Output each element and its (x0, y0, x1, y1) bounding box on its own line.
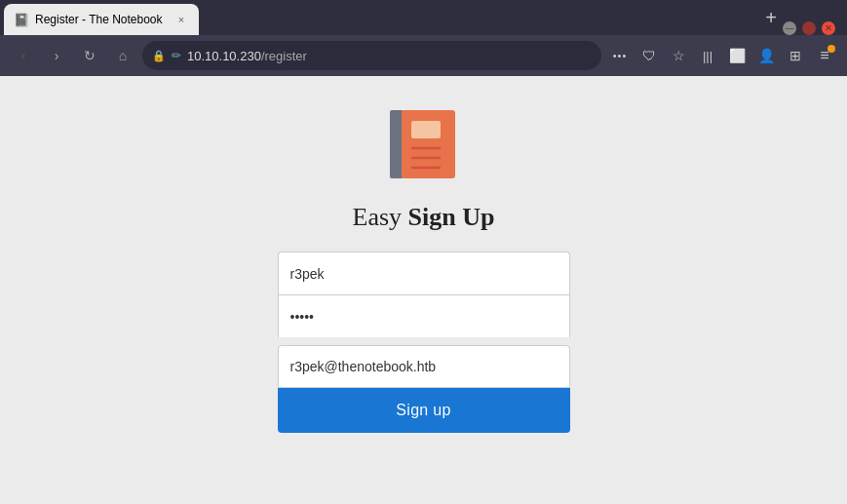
account-icon: 👤 (758, 48, 775, 63)
minimize-button[interactable]: — (783, 21, 796, 35)
address-bar[interactable]: 🔒 ✏ 10.10.10.230/register (142, 41, 601, 70)
heading-normal: Easy (353, 203, 408, 231)
page-heading: Easy Sign Up (353, 203, 495, 232)
nav-bar: ‹ › ↻ ⌂ 🔒 ✏ 10.10.10.230/register ••• 🛡 (0, 35, 847, 76)
tab-strip: 📓 Register - The Notebook × + — ✕ (0, 0, 847, 35)
close-button[interactable]: ✕ (822, 21, 835, 35)
notification-badge (828, 45, 835, 53)
back-button[interactable]: ‹ (10, 42, 37, 69)
forward-button[interactable]: › (43, 42, 70, 69)
edit-icon: ✏ (172, 49, 181, 62)
window-controls: — ✕ (783, 21, 843, 35)
reading-icon: ||| (703, 49, 712, 63)
shield-button[interactable]: 🛡 (636, 43, 662, 68)
restore-button[interactable] (802, 21, 816, 35)
nav-right-icons: ••• 🛡 ☆ ||| ⬜ 👤 ⊞ ≡ (607, 43, 837, 68)
back-icon: ‹ (21, 48, 26, 63)
notebook-logo (390, 105, 458, 183)
signup-button[interactable]: Sign up (278, 388, 570, 433)
forward-icon: › (55, 48, 59, 63)
address-host: 10.10.10.230 (187, 49, 261, 63)
menu-button[interactable]: ≡ (812, 43, 837, 68)
address-path: /register (261, 49, 307, 63)
tab-manager-button[interactable]: ⬜ (724, 43, 750, 68)
more-button[interactable]: ••• (607, 43, 633, 68)
password-input[interactable] (278, 294, 570, 337)
svg-rect-0 (390, 110, 404, 178)
page-content: Easy Sign Up Sign up (0, 76, 847, 504)
address-text: 10.10.10.230/register (187, 49, 307, 63)
lock-icon: 🔒 (152, 50, 166, 62)
extensions-button[interactable]: ⊞ (783, 43, 808, 68)
reload-button[interactable]: ↻ (76, 42, 103, 69)
extensions-icon: ⊞ (789, 48, 801, 63)
more-icon: ••• (613, 50, 628, 61)
register-form: Sign up (278, 252, 570, 433)
home-icon: ⌂ (119, 48, 127, 63)
home-button[interactable]: ⌂ (109, 42, 136, 69)
tab-favicon: 📓 (14, 13, 29, 27)
tab-close-button[interactable]: × (173, 12, 189, 27)
browser-chrome: 📓 Register - The Notebook × + — ✕ ‹ › ↻ … (0, 0, 847, 76)
tab-title: Register - The Notebook (35, 13, 168, 26)
tab-manager-icon: ⬜ (729, 48, 746, 63)
email-input[interactable] (278, 345, 570, 388)
bookmark-button[interactable]: ☆ (666, 43, 691, 68)
register-container: Easy Sign Up Sign up (278, 105, 570, 433)
new-tab-button[interactable]: + (759, 7, 783, 29)
svg-rect-2 (411, 121, 441, 138)
username-input[interactable] (278, 252, 570, 294)
reload-icon: ↻ (84, 48, 96, 63)
star-icon: ☆ (673, 48, 685, 63)
account-button[interactable]: 👤 (753, 43, 779, 68)
active-tab[interactable]: 📓 Register - The Notebook × (4, 4, 199, 35)
shield-icon: 🛡 (642, 48, 656, 63)
reading-list-button[interactable]: ||| (695, 43, 720, 68)
heading-bold: Sign Up (408, 203, 495, 231)
